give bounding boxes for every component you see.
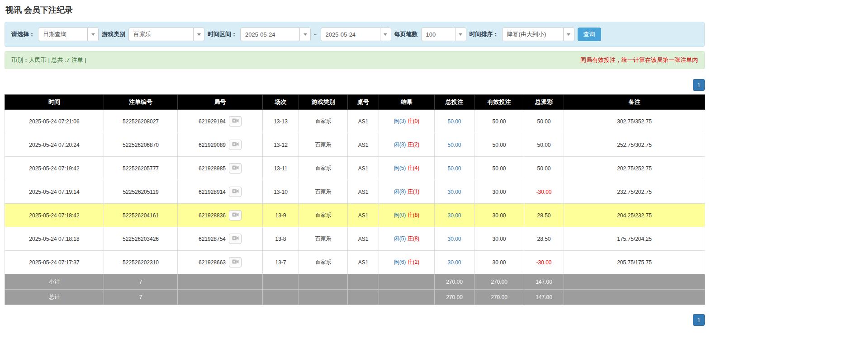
round-number: 621928985 [199,165,226,172]
page-1-button[interactable]: 1 [693,314,705,326]
video-camera-icon [232,118,239,125]
table-row: 2025-05-24 07:17:37522526202310621928663… [5,251,705,274]
video-camera-icon [232,212,239,219]
column-header: 场次 [263,95,299,110]
cell-game-type: 百家乐 [299,180,348,204]
total-bet-link[interactable]: 30.00 [447,212,461,219]
table-header: 时间注单编号局号场次游戏类别桌号结果总投注有效投注总派彩备注 [5,95,705,110]
query-button[interactable]: 查询 [578,28,601,41]
date-to-value: 2025-05-24 [321,28,380,41]
summary-empty [348,290,379,305]
total-bet-link[interactable]: 50.00 [447,118,461,125]
cell-payout: -30.00 [524,251,564,274]
summary-empty [299,274,348,290]
round-number: 621928754 [199,236,226,242]
cell-bet-id: 522526204161 [104,204,178,227]
round-number: 621928663 [199,259,226,266]
round-video-button[interactable] [229,234,242,244]
summary-empty [564,290,705,305]
cell-total-bet: 50.00 [435,133,474,157]
date-from-value: 2025-05-24 [241,28,299,41]
cell-valid-bet: 30.00 [474,180,524,204]
round-video-button[interactable] [229,116,242,127]
total-bet-link[interactable]: 30.00 [447,236,461,242]
cell-payout: -30.00 [524,180,564,204]
total-bet-link[interactable]: 30.00 [447,259,461,266]
total-bet-link[interactable]: 30.00 [447,189,461,195]
table-body: 2025-05-24 07:21:06522526208027621929194… [5,110,705,305]
chevron-down-icon[interactable] [193,28,204,41]
date-from-picker[interactable]: 2025-05-24 [240,28,311,41]
summary-count: 7 [104,274,178,290]
cell-game-type: 百家乐 [299,227,348,251]
result-banker: 庄(1) [408,188,420,195]
cell-payout: 50.00 [524,157,564,180]
filter-bar: 请选择： 日期查询 游戏类别 百家乐 时间区间： 2025-05-24 ~ 20… [5,22,705,47]
cell-session: 13-11 [263,157,299,180]
cell-payout: 50.00 [524,133,564,157]
cell-game-type: 百家乐 [299,133,348,157]
total-bet-link[interactable]: 50.00 [447,165,461,172]
result-player: 闲(0) [394,212,406,218]
chevron-down-icon[interactable] [455,28,466,41]
cell-session: 13-12 [263,133,299,157]
table-row: 2025-05-24 07:19:14522526205119621928914… [5,180,705,204]
video-camera-icon [232,165,239,172]
summary-bar: 币别：人民币 | 总共 :7 注单 | 同局有效投注，统一计算在该局第一张注单内 [5,51,705,69]
chevron-down-icon[interactable] [299,28,310,41]
cell-game-type: 百家乐 [299,157,348,180]
result-player: 闲(6) [394,259,406,265]
round-video-button[interactable] [229,140,242,150]
column-header: 时间 [5,95,104,110]
cell-game-type: 百家乐 [299,204,348,227]
chevron-down-icon[interactable] [87,28,98,41]
game-type-select[interactable]: 百家乐 [128,28,204,41]
summary-label: 总计 [5,290,104,305]
cell-result: 闲(5) 庄(8) [379,227,435,251]
cell-result: 闲(0) 庄(8) [379,204,435,227]
page-size-label: 每页笔数 [394,30,418,38]
cell-time: 2025-05-24 07:17:37 [5,251,104,274]
cell-valid-bet: 50.00 [474,133,524,157]
sort-select[interactable]: 降幂(由大到小) [502,28,574,41]
summary-payout: 147.00 [524,274,564,290]
cell-table-no: AS1 [348,157,379,180]
cell-note: 302.75/352.75 [564,110,705,133]
summary-empty [263,274,299,290]
round-video-button[interactable] [229,163,242,173]
query-type-select[interactable]: 日期查询 [38,28,99,41]
query-type-value: 日期查询 [38,28,87,41]
sort-label: 时间排序： [470,30,499,38]
video-camera-icon [232,141,239,148]
round-number: 621928914 [199,189,226,195]
game-type-label: 游戏类别 [102,30,125,38]
round-video-button[interactable] [229,257,242,267]
cell-payout: 50.00 [524,110,564,133]
round-video-button[interactable] [229,187,242,197]
cell-result: 闲(3) 庄(0) [379,110,435,133]
summary-total-bet: 270.00 [435,290,474,305]
page-container: 视讯 会员下注纪录 请选择： 日期查询 游戏类别 百家乐 时间区间： 2025-… [5,0,705,326]
cell-time: 2025-05-24 07:18:42 [5,204,104,227]
total-bet-link[interactable]: 50.00 [447,142,461,148]
bet-records-table: 时间注单编号局号场次游戏类别桌号结果总投注有效投注总派彩备注 2025-05-2… [5,94,705,305]
result-banker: 庄(0) [408,118,420,124]
chevron-down-icon[interactable] [380,28,391,41]
round-video-button[interactable] [229,210,242,220]
summary-empty [379,274,435,290]
chevron-down-icon[interactable] [563,28,574,41]
page-1-button[interactable]: 1 [693,79,705,91]
round-number: 621929194 [199,118,226,125]
cell-bet-id: 522526202310 [104,251,178,274]
summary-total-bet: 270.00 [435,274,474,290]
round-number: 621929089 [199,142,226,148]
summary-label: 小计 [5,274,104,290]
cell-round-id: 621929194 [178,110,263,133]
cell-session: 13-10 [263,180,299,204]
cell-note: 252.75/302.75 [564,133,705,157]
result-banker: 庄(4) [408,165,420,171]
page-size-select[interactable]: 100 [421,28,466,41]
cell-time: 2025-05-24 07:21:06 [5,110,104,133]
summary-payout: 147.00 [524,290,564,305]
date-to-picker[interactable]: 2025-05-24 [321,28,391,41]
